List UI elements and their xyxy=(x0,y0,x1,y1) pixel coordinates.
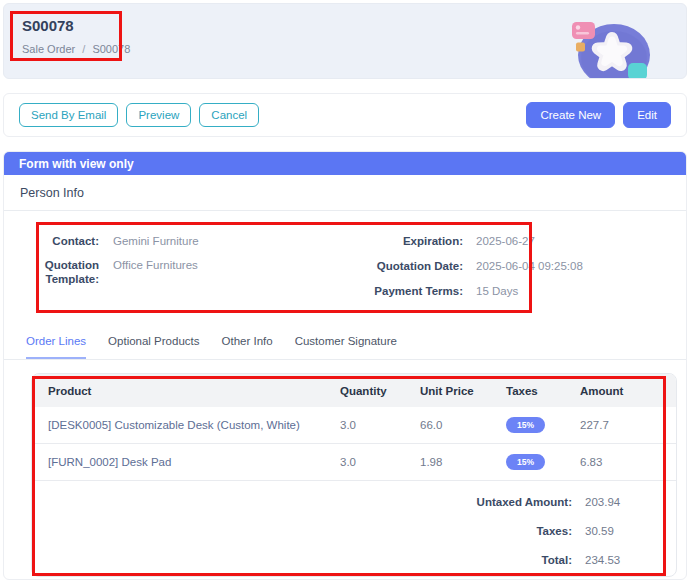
view-only-banner-text: Form with view only xyxy=(19,157,134,171)
taxes-total-label: Taxes: xyxy=(536,525,572,537)
contact-label: Contact: xyxy=(39,234,99,248)
product-cell: [DESK0005] Customizable Desk (Custom, Wh… xyxy=(48,419,340,431)
untaxed-amount-label: Untaxed Amount: xyxy=(477,496,572,508)
breadcrumb: Sale Order / S00078 xyxy=(22,43,130,55)
untaxed-amount-row: Untaxed Amount: 203.94 xyxy=(32,487,676,516)
info-row-expiration: Expiration: 2025-06-27 xyxy=(333,234,535,248)
info-row-quotation-template: Quotation Template: Office Furnitures xyxy=(39,258,198,286)
untaxed-amount-value: 203.94 xyxy=(572,496,662,508)
table-header-row: Product Quantity Unit Price Taxes Amount xyxy=(32,374,676,407)
taxes-total-row: Taxes: 30.59 xyxy=(32,516,676,545)
breadcrumb-parent-link[interactable]: Sale Order xyxy=(22,43,75,55)
col-header-taxes: Taxes xyxy=(506,385,580,397)
tab-other-info[interactable]: Other Info xyxy=(222,335,273,359)
send-by-email-button[interactable]: Send By Email xyxy=(19,103,118,127)
grand-total-row: Total: 234.53 xyxy=(32,545,676,574)
section-divider xyxy=(4,210,686,211)
create-new-button[interactable]: Create New xyxy=(526,102,615,128)
edit-button[interactable]: Edit xyxy=(623,102,671,128)
tab-order-lines[interactable]: Order Lines xyxy=(26,335,86,359)
quotation-date-value: 2025-06-04 09:25:08 xyxy=(476,259,583,273)
quotation-template-value: Office Furnitures xyxy=(113,258,198,286)
col-header-quantity: Quantity xyxy=(340,385,420,397)
amount-cell: 6.83 xyxy=(580,456,676,468)
quantity-cell: 3.0 xyxy=(340,419,420,431)
contact-value: Gemini Furniture xyxy=(113,234,199,248)
unit-price-cell: 66.0 xyxy=(420,419,506,431)
payment-terms-label: Payment Terms: xyxy=(333,284,463,298)
page-title: S00078 xyxy=(22,17,74,34)
unit-price-cell: 1.98 xyxy=(420,456,506,468)
preview-button[interactable]: Preview xyxy=(126,103,191,127)
taxes-cell: 15% xyxy=(506,454,580,471)
tax-badge: 15% xyxy=(506,417,545,434)
star-illustration-icon xyxy=(564,16,656,79)
order-lines-table: Product Quantity Unit Price Taxes Amount… xyxy=(31,373,677,577)
amount-cell: 227.7 xyxy=(580,419,676,431)
col-header-product: Product xyxy=(48,385,340,397)
info-row-payment-terms: Payment Terms: 15 Days xyxy=(333,284,518,298)
view-only-banner: Form with view only xyxy=(4,152,686,175)
tax-badge: 15% xyxy=(506,454,545,471)
info-row-contact: Contact: Gemini Furniture xyxy=(39,234,199,248)
tabs-divider xyxy=(4,359,686,360)
quotation-template-label: Quotation Template: xyxy=(39,258,99,286)
section-title: Person Info xyxy=(20,186,84,200)
table-row[interactable]: [FURN_0002] Desk Pad 3.0 1.98 15% 6.83 xyxy=(32,444,676,481)
payment-terms-value: 15 Days xyxy=(476,284,518,298)
tab-customer-signature[interactable]: Customer Signature xyxy=(295,335,397,359)
expiration-value: 2025-06-27 xyxy=(476,234,535,248)
taxes-cell: 15% xyxy=(506,417,580,434)
toolbar: Send By Email Preview Cancel Create New … xyxy=(3,93,687,137)
totals-block: Untaxed Amount: 203.94 Taxes: 30.59 Tota… xyxy=(32,487,676,574)
header: S00078 Sale Order / S00078 xyxy=(3,3,687,79)
quantity-cell: 3.0 xyxy=(340,456,420,468)
breadcrumb-current: S00078 xyxy=(92,43,130,55)
form-card: Form with view only Person Info Contact:… xyxy=(3,151,687,580)
grand-total-label: Total: xyxy=(542,554,572,566)
product-cell: [FURN_0002] Desk Pad xyxy=(48,456,340,468)
col-header-unit-price: Unit Price xyxy=(420,385,506,397)
breadcrumb-separator: / xyxy=(82,43,85,55)
table-row[interactable]: [DESK0005] Customizable Desk (Custom, Wh… xyxy=(32,407,676,444)
info-row-quotation-date: Quotation Date: 2025-06-04 09:25:08 xyxy=(333,259,583,273)
grand-total-value: 234.53 xyxy=(572,554,662,566)
notebook-tabs: Order Lines Optional Products Other Info… xyxy=(4,335,686,359)
cancel-button[interactable]: Cancel xyxy=(199,103,259,127)
quotation-date-label: Quotation Date: xyxy=(333,259,463,273)
expiration-label: Expiration: xyxy=(333,234,463,248)
tab-optional-products[interactable]: Optional Products xyxy=(108,335,199,359)
col-header-amount: Amount xyxy=(580,385,676,397)
taxes-total-value: 30.59 xyxy=(572,525,662,537)
